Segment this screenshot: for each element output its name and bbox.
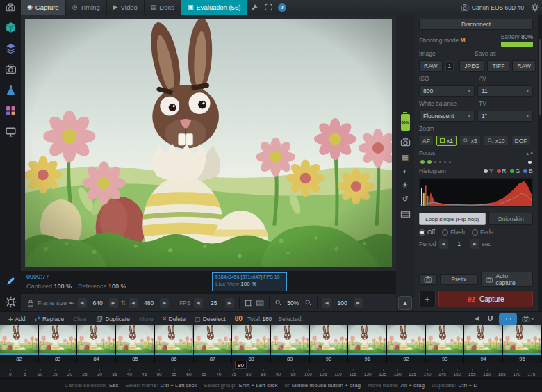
onion-fade-radio[interactable]: Fade [472, 229, 493, 236]
replace-frame-button[interactable]: ⇄Replace [31, 313, 69, 325]
live-view-viewport[interactable] [21, 15, 396, 271]
grid-overlay-icon[interactable]: ▦ [402, 154, 409, 161]
filmstrip-frame[interactable]: 86 [155, 325, 194, 363]
zoom-x10-chip[interactable]: x10 [484, 136, 509, 146]
pen-tool-icon[interactable] [5, 275, 17, 287]
filmstrip-frame[interactable]: 84 [77, 325, 116, 363]
tab-video[interactable]: ▶ Video [107, 0, 145, 15]
live-view-toggle-button[interactable]: ▭ [499, 313, 517, 325]
disconnect-button[interactable]: Disconnect [419, 19, 533, 30]
channel-r[interactable]: R [497, 168, 507, 174]
capture-down-button[interactable]: ▾ [518, 313, 538, 325]
channel-b[interactable]: B [523, 168, 533, 174]
fps-increment-button[interactable]: ▶ [225, 298, 234, 308]
deselect-button[interactable]: ▢Deselect [190, 313, 230, 325]
position-decrement-button[interactable]: ◀ [322, 298, 331, 308]
timeline-scrubber[interactable]: 80 0510152025303540455055606570758085909… [0, 363, 542, 378]
zoom-x5-chip[interactable]: x5 [459, 136, 481, 146]
channel-g[interactable]: G [510, 168, 520, 174]
clear-button[interactable]: Clear [69, 313, 91, 325]
filmstrip-frame[interactable]: 94 [464, 325, 503, 363]
white-balance-select[interactable]: Fluorescent▾ [419, 111, 475, 122]
playhead-position[interactable]: 80 [235, 361, 247, 369]
height-increment-button[interactable]: ▶ [160, 298, 169, 308]
camera-tool-icon[interactable] [5, 63, 17, 75]
filmstrip-frame[interactable]: 85 [116, 325, 155, 363]
save-jpeg-button[interactable]: JPEG [459, 60, 484, 72]
contrast-icon[interactable]: ◐ [403, 168, 408, 175]
frame-width-value[interactable]: 640 [90, 300, 106, 307]
image-format-button[interactable]: RAW [419, 60, 443, 72]
save-tiff-button[interactable]: TIFF [487, 60, 509, 72]
project-cube-icon[interactable] [5, 22, 17, 33]
add-frame-button[interactable]: +Add [4, 313, 30, 325]
panel-scrollbar[interactable] [538, 15, 542, 311]
zoom-out-icon[interactable] [274, 299, 282, 307]
settings-gear-icon[interactable] [5, 296, 17, 308]
filmstrip-frame[interactable]: 82 [0, 325, 39, 363]
letterbox-icon[interactable] [400, 209, 411, 220]
palette-icon[interactable] [5, 105, 17, 117]
tab-docs[interactable]: ▤ Docs [145, 0, 181, 15]
collapse-up-button[interactable]: ▲ [398, 296, 412, 310]
filmstrip-frame[interactable]: 88 [232, 325, 271, 363]
position-value[interactable]: 100 [334, 300, 351, 307]
zoom-af-chip[interactable]: AF [419, 136, 434, 146]
info-icon[interactable]: i [278, 3, 286, 12]
height-decrement-button[interactable]: ◀ [129, 298, 138, 308]
tab-evaluation[interactable]: ▣ Evaluation (56) [181, 0, 247, 15]
layers-icon[interactable] [5, 42, 17, 54]
frame-height-value[interactable]: 480 [140, 300, 157, 307]
chevron-up-icon[interactable]: ▴ [527, 151, 529, 156]
chevron-down-icon[interactable]: ▾ [530, 151, 533, 156]
auto-capture-button[interactable]: Auto capture [481, 272, 533, 287]
tv-select[interactable]: 1"▾ [477, 111, 533, 122]
camera-menu-gear-icon[interactable] [528, 0, 542, 15]
channel-y[interactable]: Y [484, 168, 493, 174]
filmstrip-frame[interactable]: 90 [310, 325, 349, 363]
onionskin-button[interactable]: Onionskin [488, 213, 533, 225]
filmstrip-frame[interactable]: 91 [348, 325, 387, 363]
wrench-icon[interactable] [247, 0, 261, 15]
move-button[interactable]: Move [135, 313, 158, 325]
monitor-icon[interactable] [5, 126, 17, 138]
fps-value[interactable]: 25 [206, 300, 222, 307]
tab-timing[interactable]: ◷ Timing [66, 0, 107, 15]
filmstrip-frame[interactable]: 89 [271, 325, 310, 363]
zoom-in-icon[interactable] [304, 299, 312, 307]
filmstrip-frame[interactable]: 92 [387, 325, 426, 363]
zoom-dof-chip[interactable]: DOF [511, 136, 531, 146]
rotate-icon[interactable]: ↺ [402, 195, 408, 203]
prefix-button[interactable]: Prefix [440, 274, 478, 285]
letterbox-icon[interactable] [256, 299, 264, 307]
fit-width-icon[interactable]: ⇤ [69, 300, 75, 307]
period-increment-button[interactable]: ▶ [470, 239, 479, 249]
flask-icon[interactable] [5, 84, 17, 96]
filmstrip-frame[interactable]: 95 [503, 325, 542, 363]
fullscreen-icon[interactable] [261, 0, 275, 15]
focus-points[interactable] [419, 160, 533, 164]
filmstrip-frame[interactable]: 83 [39, 325, 78, 363]
fps-decrement-button[interactable]: ◀ [194, 298, 203, 308]
width-decrement-button[interactable]: ◀ [78, 298, 87, 308]
onion-flash-radio[interactable]: Flash [442, 229, 465, 236]
tab-capture[interactable]: ◉ Capture [21, 0, 66, 15]
zoom-x1-chip[interactable]: x1 [436, 136, 457, 146]
add-capture-button[interactable]: + [419, 291, 436, 307]
film-icon[interactable] [245, 299, 253, 307]
camera-view-icon[interactable] [400, 137, 411, 147]
period-decrement-button[interactable]: ◀ [439, 239, 448, 249]
panel-scrollbar-thumb[interactable] [539, 39, 541, 115]
av-select[interactable]: 11▾ [477, 85, 533, 97]
loop-mode-button[interactable]: Loop single (Flip-flop) [419, 213, 486, 225]
live-view-info-box[interactable]: 5184x3456 [871x647] FPS 10 Live View 100… [212, 272, 287, 291]
lock-icon[interactable] [26, 299, 35, 307]
speaker-icon[interactable] [475, 315, 482, 322]
position-increment-button[interactable]: ▶ [354, 298, 363, 308]
brightness-icon[interactable]: ☀ [402, 181, 409, 189]
timeline-ruler[interactable]: 0510152025303540455055606570758085909510… [3, 369, 539, 377]
width-increment-button[interactable]: ▶ [109, 298, 118, 308]
filmstrip-frame[interactable]: 93 [426, 325, 465, 363]
onion-off-radio[interactable]: Off [419, 229, 435, 236]
filmstrip-frame[interactable]: 87 [194, 325, 233, 363]
